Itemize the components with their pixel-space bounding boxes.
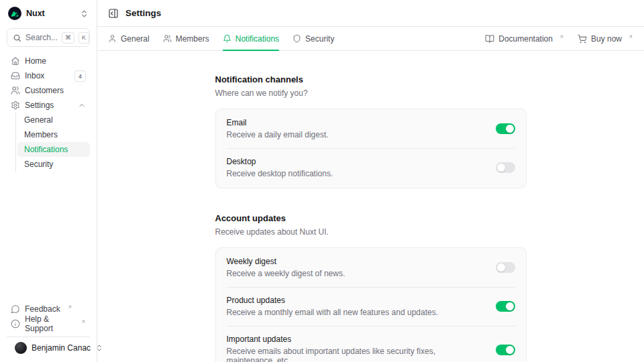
users-icon: [163, 34, 172, 43]
tab-general[interactable]: General: [108, 27, 150, 50]
account-updates-card: Weekly digest Receive a weekly digest of…: [215, 247, 527, 362]
workspace-name: Nuxt: [26, 9, 75, 18]
app-window: Nuxt Search... ⌘ K Home: [0, 0, 644, 362]
kbd-meta: ⌘: [62, 32, 74, 44]
setting-label: Desktop: [227, 157, 485, 166]
weekly-digest-toggle[interactable]: [496, 262, 515, 273]
sub-item-label: General: [24, 115, 53, 125]
sidebar-item-notifications[interactable]: Notifications: [17, 142, 90, 157]
section-title: Account updates: [215, 213, 527, 223]
sub-item-label: Members: [24, 130, 58, 139]
sidebar-item-inbox[interactable]: Inbox 4: [7, 68, 90, 83]
help-support-link[interactable]: Help & Support: [7, 316, 90, 331]
tab-notifications[interactable]: Notifications: [223, 27, 279, 50]
setting-row-weekly-digest: Weekly digest Receive a weekly digest of…: [227, 249, 515, 287]
tab-label: General: [121, 34, 150, 44]
sidebar: Nuxt Search... ⌘ K Home: [0, 0, 97, 362]
section-subtitle: Where can we notify you?: [215, 88, 527, 98]
setting-row-important-updates: Important updates Receive emails about i…: [227, 326, 515, 362]
home-icon: [11, 56, 20, 66]
sidebar-item-label: Inbox: [25, 71, 44, 80]
inbox-icon: [11, 71, 20, 80]
buy-now-link[interactable]: Buy now: [578, 34, 633, 44]
page-title: Settings: [125, 8, 161, 18]
sub-item-label: Notifications: [24, 145, 68, 154]
buy-now-label: Buy now: [591, 34, 622, 44]
user-menu[interactable]: Benjamin Canac: [13, 342, 83, 354]
workspace-switcher[interactable]: Nuxt: [0, 0, 97, 24]
sidebar-item-security[interactable]: Security: [17, 157, 90, 172]
chevrons-up-down-icon: [80, 9, 89, 18]
tab-security[interactable]: Security: [292, 27, 334, 50]
book-open-icon: [485, 34, 494, 44]
setting-label: Important updates: [227, 335, 485, 344]
sidebar-nav: Home Inbox 4 Customers Settings: [0, 54, 97, 172]
setting-label: Product updates: [227, 296, 485, 305]
shield-icon: [292, 34, 301, 43]
sidebar-item-label: Settings: [25, 101, 54, 110]
tab-members[interactable]: Members: [163, 27, 209, 50]
setting-label: Weekly digest: [227, 257, 485, 266]
setting-row-product-updates: Product updates Receive a monthly email …: [227, 287, 515, 326]
external-link-icon: [67, 304, 72, 310]
tab-label: Notifications: [235, 34, 279, 44]
setting-description: Receive a monthly email with all new fea…: [227, 308, 485, 317]
cart-icon: [578, 34, 587, 44]
settings-subnav: General Members Notifications Security: [15, 113, 90, 172]
setting-description: Receive desktop notifications.: [227, 169, 485, 178]
product-updates-toggle[interactable]: [496, 301, 515, 312]
bell-icon: [223, 34, 231, 43]
settings-content: Notification channels Where can we notif…: [97, 51, 644, 362]
documentation-label: Documentation: [498, 34, 553, 44]
setting-description: Receive a daily email digest.: [227, 130, 485, 139]
setting-label: Email: [227, 118, 485, 127]
section-notification-channels: Notification channels Where can we notif…: [215, 74, 527, 188]
sidebar-item-label: Customers: [25, 86, 64, 95]
kbd-k: K: [78, 32, 89, 44]
setting-row-desktop: Desktop Receive desktop notifications.: [227, 148, 515, 187]
search-input[interactable]: Search... ⌘ K: [7, 28, 90, 47]
gear-icon: [11, 101, 20, 110]
section-account-updates: Account updates Receive updates about Nu…: [215, 213, 527, 362]
user-icon: [108, 34, 117, 43]
sidebar-footer: Feedback Help & Support Benjamin Canac: [0, 302, 97, 362]
avatar: [15, 342, 27, 354]
setting-row-email: Email Receive a daily email digest.: [227, 110, 515, 148]
collapse-sidebar-button[interactable]: [108, 8, 119, 19]
important-updates-toggle[interactable]: [496, 345, 515, 355]
sidebar-item-members[interactable]: Members: [17, 127, 90, 142]
tab-label: Members: [176, 34, 209, 44]
setting-description: Receive emails about important updates l…: [227, 347, 485, 362]
message-bubble-icon: [11, 304, 20, 314]
sidebar-item-general[interactable]: General: [17, 113, 90, 127]
external-link-icon: [628, 34, 633, 40]
documentation-link[interactable]: Documentation: [485, 34, 564, 44]
inbox-count-badge: 4: [74, 70, 86, 82]
setting-description: Receive a weekly digest of news.: [227, 269, 485, 278]
users-icon: [11, 86, 20, 95]
sidebar-item-label: Home: [25, 56, 46, 66]
info-circle-icon: [11, 319, 20, 328]
external-link-icon: [559, 34, 564, 40]
sub-item-label: Security: [24, 160, 53, 169]
page-header: Settings: [97, 0, 644, 27]
main-panel: Settings General Members Notifications: [97, 0, 644, 362]
desktop-toggle[interactable]: [496, 162, 515, 173]
search-icon: [13, 34, 21, 42]
feedback-label: Feedback: [25, 304, 60, 314]
section-subtitle: Receive updates about Nuxt UI.: [215, 227, 527, 237]
notification-channels-card: Email Receive a daily email digest. Desk…: [215, 109, 527, 188]
external-link-icon: [80, 319, 86, 324]
section-title: Notification channels: [215, 74, 527, 84]
email-toggle[interactable]: [496, 123, 515, 134]
sidebar-item-customers[interactable]: Customers: [7, 83, 90, 98]
tab-label: Security: [305, 34, 334, 44]
user-name: Benjamin Canac: [32, 343, 91, 353]
sidebar-item-settings[interactable]: Settings: [7, 98, 90, 113]
help-support-label: Help & Support: [25, 314, 74, 333]
settings-tabbar: General Members Notifications Security: [97, 27, 644, 51]
nuxt-logo: [8, 7, 21, 20]
sidebar-item-home[interactable]: Home: [7, 54, 90, 68]
search-placeholder: Search...: [25, 33, 58, 42]
chevron-up-icon: [78, 101, 86, 109]
